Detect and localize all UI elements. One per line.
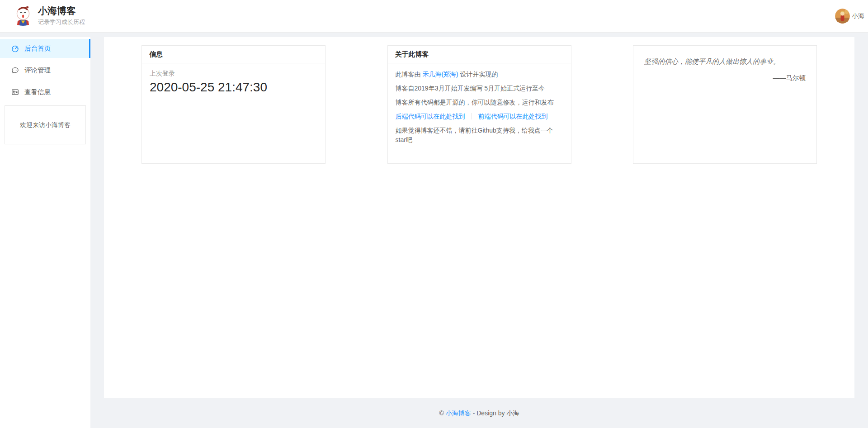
welcome-text: 欢迎来访小海博客 xyxy=(20,121,71,128)
about-line-history: 博客自2019年3月开始开发编写 5月开始正式运行至今 xyxy=(396,84,563,93)
last-login-value: 2020-05-25 21:47:30 xyxy=(150,80,317,95)
author-link[interactable]: 禾几海(郑海) xyxy=(422,71,458,78)
about-line-opensource: 博客所有代码都是开源的，你可以随意修改，运行和发布 xyxy=(396,98,563,107)
quote-author: ——马尔顿 xyxy=(644,74,806,82)
user-avatar[interactable] xyxy=(835,9,850,24)
about-line-author: 此博客由 禾几海(郑海) 设计并实现的 xyxy=(396,70,563,79)
frontend-code-link[interactable]: 前端代码可以在此处找到 xyxy=(478,113,548,120)
user-name[interactable]: 小海 xyxy=(852,12,864,20)
site-subtitle: 记录学习成长历程 xyxy=(38,18,85,26)
about-line-code-links: 后端代码可以在此处找到前端代码可以在此处找到 xyxy=(396,112,563,121)
info-card-title: 信息 xyxy=(142,46,325,63)
site-logo-icon xyxy=(14,5,33,26)
about-line-star: 如果觉得博客还不错，请前往Github支持我，给我点一个star吧 xyxy=(396,126,563,145)
brand-home-link[interactable]: 小海博客 记录学习成长历程 xyxy=(14,5,85,26)
main-content: 信息 上次登录 2020-05-25 21:47:30 关于此博客 此博客由 禾… xyxy=(104,37,854,398)
page-footer: © 小海博客 - Design by 小海 xyxy=(104,398,854,428)
sidebar-item-dashboard[interactable]: 后台首页 xyxy=(0,39,90,58)
about-card: 关于此博客 此博客由 禾几海(郑海) 设计并实现的 博客自2019年3月开始开发… xyxy=(387,45,571,164)
copyright-symbol: © xyxy=(439,409,444,417)
dashboard-icon xyxy=(11,45,19,52)
footer-designer: 小海 xyxy=(506,409,519,417)
about-card-title: 关于此博客 xyxy=(388,46,571,63)
user-menu[interactable]: 小海 xyxy=(835,9,864,24)
brand-text: 小海博客 记录学习成长历程 xyxy=(38,5,85,26)
top-header: 小海博客 记录学习成长历程 小海 xyxy=(0,0,868,33)
last-login-label: 上次登录 xyxy=(150,70,317,78)
backend-code-link[interactable]: 后端代码可以在此处找到 xyxy=(396,113,465,120)
site-title: 小海博客 xyxy=(38,5,85,16)
sidebar-item-label: 查看信息 xyxy=(24,88,51,96)
footer-tail: - Design by xyxy=(473,409,505,417)
idcard-icon xyxy=(11,88,19,96)
sidebar-item-view-info[interactable]: 查看信息 xyxy=(0,82,90,101)
quote-card: 坚强的信心，能使平凡的人做出惊人的事业。 ——马尔顿 xyxy=(633,45,817,164)
sidebar-item-label: 后台首页 xyxy=(24,44,51,53)
footer-site-link[interactable]: 小海博客 xyxy=(446,409,471,417)
quote-text: 坚强的信心，能使平凡的人做出惊人的事业。 xyxy=(644,57,806,67)
comment-icon xyxy=(11,67,19,74)
sidebar-item-label: 评论管理 xyxy=(24,66,51,75)
info-card: 信息 上次登录 2020-05-25 21:47:30 xyxy=(142,45,326,164)
dashboard-cards: 信息 上次登录 2020-05-25 21:47:30 关于此博客 此博客由 禾… xyxy=(142,45,817,164)
welcome-box: 欢迎来访小海博客 xyxy=(5,105,86,144)
sidebar-item-comments[interactable]: 评论管理 xyxy=(0,61,90,80)
sidebar: 后台首页 评论管理 查看信息 欢迎来访小海博客 xyxy=(0,37,90,428)
vertical-divider xyxy=(472,113,472,119)
